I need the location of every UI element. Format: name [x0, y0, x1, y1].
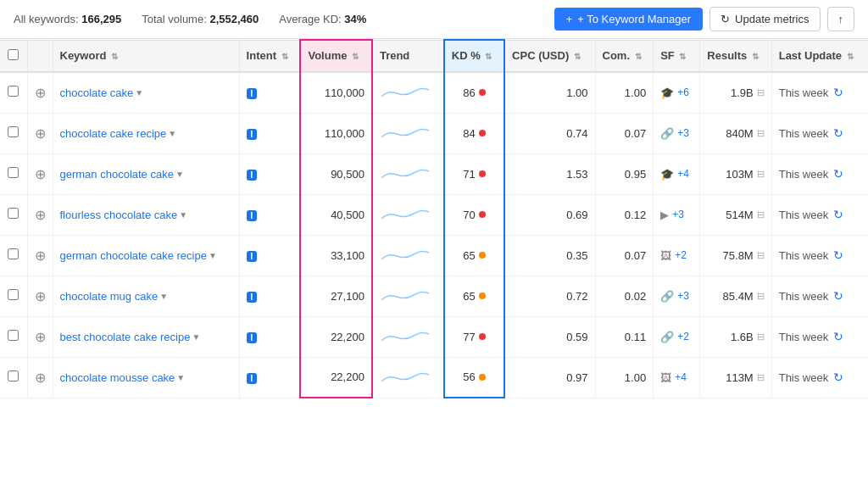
- sf-cell: 🎓 +4: [660, 168, 693, 181]
- row-refresh-icon[interactable]: ↻: [833, 289, 843, 303]
- intent-badge: I: [247, 170, 258, 181]
- row-refresh-icon[interactable]: ↻: [833, 86, 843, 99]
- results-sort-icon[interactable]: ⇅: [752, 52, 759, 61]
- add-keyword-button[interactable]: ⊕: [35, 207, 46, 223]
- sf-cell: 🔗 +3: [660, 127, 693, 140]
- row-refresh-icon[interactable]: ↻: [833, 126, 843, 140]
- export-button[interactable]: ↑: [827, 7, 855, 31]
- row-intent: I: [239, 235, 300, 276]
- com-sort-icon[interactable]: ⇅: [635, 52, 642, 61]
- row-volume: 90,500: [300, 153, 371, 194]
- row-refresh-icon[interactable]: ↻: [833, 370, 843, 384]
- top-bar-stats: All keywords: 166,295 Total volume: 2,55…: [14, 13, 554, 25]
- row-cpc: 0.35: [504, 235, 595, 276]
- row-refresh-icon[interactable]: ↻: [833, 330, 843, 343]
- sf-cell: ▶ +3: [660, 209, 693, 221]
- row-com: 0.12: [595, 194, 654, 235]
- header-trend: Trend: [372, 40, 444, 72]
- last-update-cell: This week ↻: [779, 330, 861, 343]
- header-kd: KD % ⇅: [444, 40, 504, 72]
- keyword-manager-button[interactable]: + + To Keyword Manager: [554, 8, 703, 31]
- row-volume: 33,100: [300, 235, 371, 276]
- sf-count: +3: [677, 290, 689, 302]
- update-metrics-button[interactable]: ↻ Update metrics: [709, 7, 820, 31]
- row-sf: 🔗 +3: [654, 113, 700, 153]
- results-copy-icon: ⊟: [757, 128, 765, 139]
- keyword-sort-icon[interactable]: ⇅: [111, 52, 118, 61]
- dropdown-arrow-icon[interactable]: ▼: [192, 332, 200, 342]
- header-intent: Intent ⇅: [239, 40, 300, 72]
- row-checkbox[interactable]: [8, 126, 19, 137]
- row-checkbox[interactable]: [8, 289, 19, 300]
- add-keyword-button[interactable]: ⊕: [35, 85, 46, 101]
- volume-sort-icon[interactable]: ⇅: [352, 52, 359, 61]
- row-checkbox[interactable]: [8, 167, 19, 178]
- dropdown-arrow-icon[interactable]: ▼: [209, 251, 217, 260]
- header-com: Com. ⇅: [595, 40, 654, 72]
- intent-sort-icon[interactable]: ⇅: [281, 52, 288, 61]
- dropdown-arrow-icon[interactable]: ▼: [176, 373, 185, 382]
- row-checkbox[interactable]: [8, 248, 19, 259]
- header-checkbox-cell: [0, 40, 27, 72]
- last-update-cell: This week ↻: [779, 86, 861, 99]
- kd-dot: [479, 333, 486, 340]
- sf-count: +3: [677, 127, 689, 139]
- row-refresh-icon[interactable]: ↻: [833, 167, 843, 181]
- keyword-link[interactable]: chocolate mug cake ▼: [60, 290, 169, 303]
- dropdown-arrow-icon[interactable]: ▼: [179, 210, 187, 220]
- keyword-link[interactable]: flourless chocolate cake ▼: [60, 209, 188, 221]
- keyword-link[interactable]: german chocolate cake recipe ▼: [60, 249, 217, 262]
- results-copy-icon: ⊟: [757, 87, 765, 98]
- row-add-cell: ⊕: [27, 72, 53, 114]
- keyword-link[interactable]: chocolate cake recipe ▼: [60, 127, 177, 140]
- row-checkbox[interactable]: [8, 208, 19, 219]
- row-results: 113M ⊟: [700, 357, 771, 398]
- keyword-link[interactable]: best chocolate cake recipe ▼: [60, 331, 201, 343]
- intent-badge: I: [247, 373, 258, 384]
- row-refresh-icon[interactable]: ↻: [833, 248, 843, 262]
- add-keyword-button[interactable]: ⊕: [35, 125, 46, 142]
- keyword-link[interactable]: german chocolate cake ▼: [60, 168, 184, 181]
- dropdown-arrow-icon[interactable]: ▼: [175, 170, 184, 179]
- row-checkbox[interactable]: [8, 330, 19, 341]
- header-last-update: Last Update ⇅: [771, 40, 868, 72]
- row-keyword: german chocolate cake ▼: [53, 153, 239, 194]
- dropdown-arrow-icon[interactable]: ▼: [159, 292, 168, 301]
- add-keyword-button[interactable]: ⊕: [35, 370, 46, 386]
- sf-cell: 🔗 +3: [660, 290, 693, 303]
- add-keyword-button[interactable]: ⊕: [35, 248, 46, 264]
- keyword-link[interactable]: chocolate cake ▼: [60, 86, 144, 99]
- trend-chart: [380, 203, 431, 224]
- row-trend: [372, 72, 444, 114]
- add-keyword-button[interactable]: ⊕: [35, 329, 46, 345]
- row-intent: I: [239, 113, 300, 153]
- dropdown-arrow-icon[interactable]: ▼: [135, 88, 143, 97]
- kd-dot: [479, 130, 486, 136]
- kd-dot: [479, 374, 486, 381]
- sf-sort-icon[interactable]: ⇅: [679, 52, 686, 61]
- row-checkbox[interactable]: [8, 86, 19, 97]
- row-com: 0.02: [595, 276, 654, 316]
- plus-icon: +: [566, 13, 573, 25]
- add-keyword-button[interactable]: ⊕: [35, 166, 46, 182]
- last-update-cell: This week ↻: [779, 248, 861, 262]
- keyword-link[interactable]: chocolate mousse cake ▼: [60, 371, 186, 384]
- results-cell: 75.8M ⊟: [707, 249, 764, 262]
- row-volume: 22,200: [300, 357, 371, 398]
- avg-kd-stat: Average KD: 34%: [279, 13, 366, 25]
- last-update-sort-icon[interactable]: ⇅: [847, 52, 854, 61]
- row-checkbox-cell: [0, 194, 27, 235]
- kd-sort-icon[interactable]: ⇅: [485, 52, 492, 61]
- row-checkbox[interactable]: [8, 370, 19, 382]
- row-trend: [372, 153, 444, 194]
- row-keyword: chocolate mousse cake ▼: [53, 357, 239, 398]
- add-keyword-button[interactable]: ⊕: [35, 288, 46, 304]
- select-all-checkbox[interactable]: [8, 49, 19, 60]
- row-cpc: 0.59: [504, 316, 595, 357]
- row-cpc: 0.97: [504, 357, 595, 398]
- row-intent: I: [239, 153, 300, 194]
- dropdown-arrow-icon[interactable]: ▼: [168, 129, 176, 138]
- row-keyword: german chocolate cake recipe ▼: [53, 235, 239, 276]
- cpc-sort-icon[interactable]: ⇅: [574, 52, 581, 61]
- row-refresh-icon[interactable]: ↻: [833, 208, 843, 221]
